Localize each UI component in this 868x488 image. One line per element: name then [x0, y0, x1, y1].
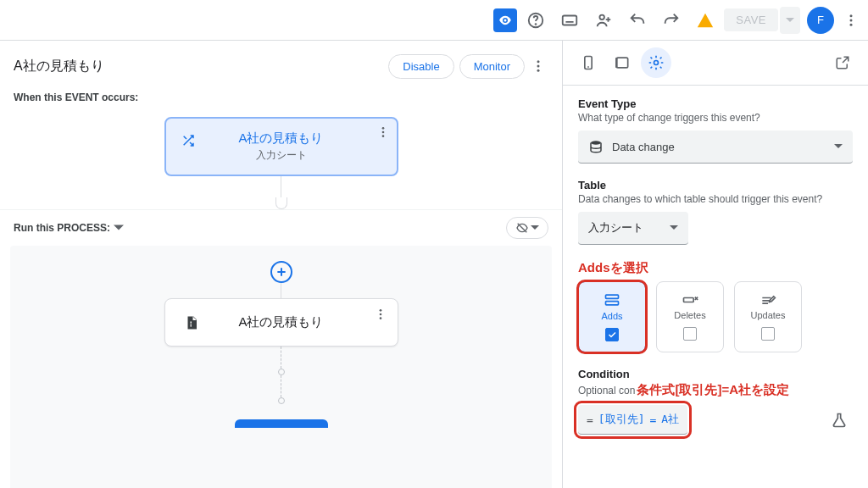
automation-title: A社の見積もり: [14, 58, 104, 75]
document-icon: [184, 315, 199, 330]
svg-rect-23: [684, 298, 694, 302]
redo-icon[interactable]: [656, 5, 687, 36]
event-type-label: Event Type: [578, 97, 853, 110]
deletes-icon: [682, 293, 698, 307]
svg-point-7: [850, 23, 853, 25]
svg-point-2: [536, 24, 537, 25]
condition-input[interactable]: = [取引先]=A社: [578, 405, 687, 435]
chevron-down-icon: [834, 142, 843, 151]
event-card-menu-icon[interactable]: [376, 125, 390, 139]
process-card-title: A社の見積もり: [238, 314, 323, 330]
open-external-icon[interactable]: [827, 47, 858, 78]
annotation-adds: Addsを選択: [578, 260, 853, 276]
add-user-icon[interactable]: [588, 5, 619, 36]
event-card[interactable]: A社の見積もり 入力シート: [164, 117, 398, 176]
table-value: 入力シート: [588, 220, 643, 236]
avatar[interactable]: F: [807, 7, 834, 34]
save-button: SAVE: [724, 8, 778, 31]
condition-label: Condition: [578, 368, 853, 380]
svg-point-20: [591, 141, 601, 145]
svg-point-13: [381, 135, 384, 137]
svg-point-16: [379, 317, 381, 319]
svg-point-8: [537, 60, 540, 63]
visibility-toggle[interactable]: [506, 217, 548, 239]
process-end-bar: [235, 419, 328, 428]
svg-point-9: [537, 65, 540, 68]
option-deletes[interactable]: Deletes: [656, 281, 724, 352]
warning-icon[interactable]: [690, 5, 721, 36]
keyboard-icon[interactable]: [554, 5, 585, 36]
svg-point-6: [850, 19, 853, 21]
add-step-button[interactable]: [270, 261, 292, 283]
svg-point-14: [379, 309, 381, 312]
process-section-label: Run this PROCESS:: [14, 222, 110, 234]
table-select[interactable]: 入力シート: [578, 212, 688, 245]
svg-rect-18: [616, 58, 627, 68]
adds-icon: [604, 292, 620, 308]
event-type-value: Data change: [612, 141, 675, 153]
svg-point-0: [504, 19, 507, 21]
svg-point-10: [537, 69, 540, 72]
event-type-select[interactable]: Data change: [578, 130, 853, 164]
svg-rect-22: [606, 302, 619, 305]
svg-rect-3: [563, 15, 577, 25]
checkbox-checked-icon: [605, 328, 619, 341]
svg-point-5: [850, 14, 853, 17]
event-card-subtitle: 入力シート: [256, 148, 307, 163]
process-card[interactable]: A社の見積もり: [164, 298, 398, 347]
help-icon[interactable]: [520, 5, 551, 36]
updates-icon: [760, 293, 776, 307]
svg-point-15: [379, 313, 381, 316]
annotation-condition: 条件式[取引先]=A社を設定: [637, 382, 789, 398]
automation-more-icon[interactable]: [528, 51, 548, 81]
monitor-button[interactable]: Monitor: [459, 54, 525, 79]
tab-phone-icon[interactable]: [573, 47, 604, 78]
checkbox-icon: [761, 327, 775, 341]
save-dropdown-icon: [780, 7, 800, 34]
svg-point-12: [381, 131, 384, 134]
option-adds-label: Adds: [601, 311, 622, 321]
option-deletes-label: Deletes: [674, 310, 705, 320]
tab-settings-icon[interactable]: [641, 47, 671, 78]
checkbox-icon: [683, 327, 697, 341]
svg-rect-21: [606, 295, 619, 298]
event-type-desc: What type of change triggers this event?: [578, 112, 853, 124]
condition-op: =: [649, 413, 656, 426]
option-updates[interactable]: Updates: [734, 281, 802, 352]
disable-button[interactable]: Disable: [388, 54, 453, 79]
option-adds[interactable]: Adds: [578, 281, 646, 352]
svg-point-4: [600, 14, 605, 19]
database-icon: [588, 139, 604, 154]
option-updates-label: Updates: [751, 310, 786, 320]
event-section-label: When this EVENT occurs:: [0, 92, 562, 110]
svg-point-11: [381, 127, 384, 130]
condition-desc: Optional con: [578, 385, 635, 396]
svg-point-19: [654, 61, 659, 65]
equals-prefix-icon: =: [587, 413, 593, 426]
table-label: Table: [578, 179, 853, 191]
process-card-menu-icon[interactable]: [374, 308, 387, 321]
table-desc: Data changes to which table should trigg…: [578, 193, 853, 205]
tab-tablet-icon[interactable]: [607, 47, 637, 78]
shuffle-icon: [181, 134, 195, 147]
preview-icon[interactable]: [493, 8, 517, 32]
chevron-down-icon[interactable]: [114, 223, 124, 233]
chevron-down-icon: [670, 224, 678, 232]
process-canvas: A社の見積もり: [10, 246, 552, 488]
event-card-title: A社の見積もり: [238, 130, 323, 147]
condition-column: [取引先]: [598, 412, 645, 427]
condition-value: A社: [661, 412, 679, 427]
more-vert-icon[interactable]: [841, 5, 861, 36]
flask-icon[interactable]: [831, 412, 848, 429]
undo-icon[interactable]: [622, 5, 653, 36]
